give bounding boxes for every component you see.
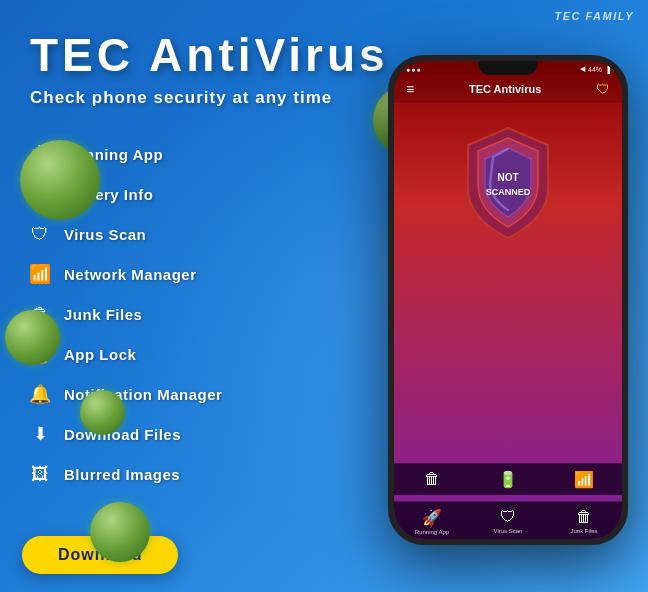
- nav-item-extra3[interactable]: 📶: [546, 464, 622, 495]
- signal-icon: ◀: [580, 65, 585, 73]
- virus-particle-2: [5, 310, 60, 365]
- app-header-title: TEC Antivirus: [414, 83, 596, 95]
- status-dots: ●●●: [406, 66, 422, 73]
- phone-mockup: ●●● 20:08 ◀ 44% ▐ ≡ TEC Antivirus 🛡: [358, 55, 648, 575]
- battery-level: 44%: [588, 66, 602, 73]
- nav-extra1-icon: 🗑: [424, 470, 440, 488]
- nav-virus-label: Virus Scan: [494, 528, 523, 534]
- nav-junk-label: Junk Files: [570, 528, 597, 534]
- feature-item-network-manager: 📶Network Manager: [22, 255, 226, 293]
- feature-item-download-files: ⬇Download Files: [22, 415, 226, 453]
- phone-notch: [478, 61, 538, 75]
- notification-manager-icon: 🔔: [26, 380, 54, 408]
- subtitle: Check phone security at any time: [30, 88, 332, 108]
- nav-extra3-icon: 📶: [574, 470, 594, 489]
- phone-frame: ●●● 20:08 ◀ 44% ▐ ≡ TEC Antivirus 🛡: [388, 55, 628, 545]
- nav-item-extra1[interactable]: 🗑: [394, 464, 470, 495]
- battery-icon: ▐: [605, 66, 610, 73]
- network-manager-icon: 📶: [26, 260, 54, 288]
- header-shield-icon: 🛡: [596, 81, 610, 97]
- nav-item-virus-scan[interactable]: 🛡 Virus Scan: [470, 502, 546, 539]
- feature-item-blurred-images: 🖼Blurred Images: [22, 455, 226, 493]
- svg-text:NOT: NOT: [497, 172, 518, 183]
- nav-extra2-icon: 🔋: [498, 470, 518, 489]
- feature-item-virus-scan: 🛡Virus Scan: [22, 215, 226, 253]
- nav-junk-icon: 🗑: [576, 508, 592, 526]
- blurred-images-label: Blurred Images: [64, 466, 180, 483]
- virus-particle-8: [90, 502, 150, 562]
- virus-particle-6: [80, 390, 125, 435]
- blurred-images-icon: 🖼: [26, 460, 54, 488]
- app-header: ≡ TEC Antivirus 🛡: [394, 75, 622, 103]
- bottom-nav: 🚀 Running App 🛡 Virus Scan 🗑 Junk Files: [394, 501, 622, 539]
- phone-screen: ●●● 20:08 ◀ 44% ▐ ≡ TEC Antivirus 🛡: [394, 61, 622, 539]
- nav-virus-icon: 🛡: [500, 508, 516, 526]
- virus-scan-icon: 🛡: [26, 220, 54, 248]
- nav-item-extra2[interactable]: 🔋: [470, 464, 546, 495]
- watermark-label: TEC FAMILY: [554, 10, 634, 22]
- virus-scan-label: Virus Scan: [64, 226, 146, 243]
- nav-running-icon: 🚀: [422, 508, 442, 527]
- main-shield-svg: NOT SCANNED: [453, 123, 563, 243]
- nav-item-running-app[interactable]: 🚀 Running App: [394, 502, 470, 539]
- hamburger-icon[interactable]: ≡: [406, 81, 414, 97]
- junk-files-label: Junk Files: [64, 306, 142, 323]
- network-manager-label: Network Manager: [64, 266, 197, 283]
- virus-particle-1: [20, 140, 100, 220]
- status-icons: ◀ 44% ▐: [580, 65, 610, 73]
- app-lock-label: App Lock: [64, 346, 136, 363]
- nav-running-label: Running App: [415, 529, 449, 535]
- shield-container: NOT SCANNED: [394, 103, 622, 253]
- nav-item-junk-files[interactable]: 🗑 Junk Files: [546, 502, 622, 539]
- svg-text:SCANNED: SCANNED: [486, 187, 531, 197]
- main-title: TEC AntiVirus: [30, 28, 389, 82]
- nav-row-2: 🗑 🔋 📶: [394, 463, 622, 495]
- download-files-label: Download Files: [64, 426, 181, 443]
- download-files-icon: ⬇: [26, 420, 54, 448]
